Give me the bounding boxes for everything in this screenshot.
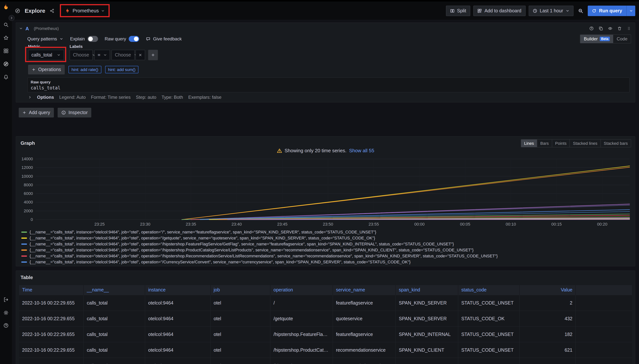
sidebar-item-starred[interactable] [3,35,8,40]
give-feedback-link[interactable]: Give feedback [146,36,182,42]
column-header-value[interactable]: Value [520,285,576,295]
legend-item[interactable]: {__name__="calls_total", instance="otelc… [21,241,632,247]
column-header-service_name[interactable]: service_name [333,285,396,295]
graph-style-lines[interactable]: Lines [521,140,537,147]
graph-warning: Showing only 20 time series. Show all 55 [16,148,635,154]
run-query-caret[interactable] [626,6,635,16]
sidebar-item-sign-in[interactable] [3,297,8,302]
legend-item[interactable]: {__name__="calls_total", instance="otelc… [21,229,632,235]
options-chevron-icon[interactable] [28,96,32,99]
hint-button[interactable]: hint: add sum() [105,66,138,73]
graph-panel-title: Graph [20,140,35,146]
add-query-button[interactable]: Add query [19,108,54,118]
builder-tab[interactable]: Builder Beta [580,35,613,43]
grafana-logo[interactable] [2,3,10,13]
legend-item[interactable]: {__name__="calls_total", instance="otelc… [21,253,632,259]
column-header-__name__[interactable]: __name__ [84,285,145,295]
window-top-strip [0,0,639,2]
remove-query-icon[interactable] [617,26,622,31]
query-patterns-dropdown[interactable]: Query patterns [27,36,64,42]
sidebar-item-dashboards[interactable] [3,48,8,54]
sidebar-item-help[interactable] [3,323,8,328]
sidebar-item-explore[interactable] [3,61,8,66]
graph-style-bars[interactable]: Bars [537,140,552,147]
label-key-select[interactable]: Choose [70,50,93,60]
column-header-instance[interactable]: instance [145,285,211,295]
column-header-operation[interactable]: operation [270,285,333,295]
hide-query-icon[interactable] [608,26,612,31]
zoom-out-button[interactable] [576,6,585,16]
table-cell: calls_total [84,342,145,358]
legend-item[interactable]: {__name__="calls_total", instance="otelc… [21,265,632,266]
svg-text:23:55: 23:55 [368,222,379,226]
metric-select[interactable]: calls_total [28,50,64,60]
graph-style-stacked-lines[interactable]: Stacked lines [570,140,600,147]
collapse-chevron-icon[interactable] [19,26,23,30]
options-label[interactable]: Options [37,95,54,100]
time-series-chart[interactable]: 0200040006000800010000120001400023:2523:… [18,155,632,228]
label-value-select[interactable]: Choose [112,50,135,60]
datasource-picker[interactable]: Prometheus [62,6,108,16]
run-query-button[interactable]: Run query [588,6,626,16]
duplicate-query-icon[interactable] [598,26,603,31]
legend-label: {__name__="calls_total", instance="otelc… [30,230,376,234]
query-hints: hint: add rate()hint: add sum() [68,66,138,73]
table-cell: otel [211,358,270,364]
code-tab[interactable]: Code [613,35,631,43]
table-cell: STATUS_CODE_OK [458,311,520,326]
svg-text:10000: 10000 [22,174,33,179]
row-filler [576,311,632,326]
sidebar-item-search[interactable] [3,22,8,27]
metric-select-value: calls_total [32,52,52,58]
share-icon[interactable] [50,8,54,13]
sidebar-item-settings[interactable] [3,310,8,315]
column-header-status_code[interactable]: status_code [458,285,520,295]
legend-item[interactable]: {__name__="calls_total", instance="otelc… [21,247,632,253]
add-to-dashboard-label: Add to dashboard [484,8,521,13]
table-cell: 2 [520,295,576,311]
table-cell: STATUS_CODE_UNSET [458,326,520,342]
svg-text:2000: 2000 [24,208,33,213]
add-to-dashboard-button[interactable]: Add to dashboard [473,6,526,16]
datasource-name: Prometheus [72,8,99,14]
graph-style-stacked-bars[interactable]: Stacked bars [600,140,631,147]
raw-query-toggle[interactable] [129,36,139,42]
legend-label: {__name__="calls_total", instance="otelc… [30,260,410,264]
legend-label: {__name__="calls_total", instance="otelc… [30,254,498,258]
sidebar [0,0,12,364]
label-operator-select[interactable]: = [94,50,110,60]
table-body: 2022-10-16 00:22:29.655calls_totalotelco… [19,295,632,364]
graph-style-points[interactable]: Points [552,140,570,147]
page-title: Explore [25,8,45,14]
row-filler [576,295,632,311]
add-operation-button[interactable]: Operations [28,65,65,74]
help-icon[interactable] [589,26,594,31]
add-label-filter-button[interactable] [148,50,158,60]
table-row: 2022-10-16 00:22:29.655calls_totalotelco… [19,311,632,326]
sidebar-expand-button[interactable] [8,15,14,21]
time-range-picker[interactable]: Last 1 hour [528,6,574,16]
table-cell: /hipstershop.Recommendation... [270,358,333,364]
legend-item[interactable]: {__name__="calls_total", instance="otelc… [21,235,632,241]
table-cell: 2022-10-16 00:22:29.655 [19,358,84,364]
column-header-job[interactable]: job [211,285,270,295]
inspector-button[interactable]: Inspector [58,108,92,118]
table-cell: STATUS_CODE_UNSET [458,295,520,311]
explain-toggle[interactable] [87,36,98,42]
remove-label-filter-button[interactable] [136,50,145,60]
query-ref-id[interactable]: A [26,26,29,31]
table-cell: recommendationservice [333,342,396,358]
hint-button[interactable]: hint: add rate() [68,66,101,73]
svg-text:23:45: 23:45 [277,222,288,226]
column-header-span_kind[interactable]: span_kind [396,285,458,295]
sidebar-item-alerting[interactable] [3,74,8,80]
split-button[interactable]: Split [446,6,470,16]
table-cell: 2022-10-16 00:22:29.655 [19,295,84,311]
svg-text:4000: 4000 [24,200,33,204]
option-summary-item: Step: auto [136,95,156,100]
legend-item[interactable]: {__name__="calls_total", instance="otelc… [21,259,632,265]
metric-field-label: Metric [28,44,40,49]
drag-handle-icon[interactable] [627,26,631,31]
show-all-series-link[interactable]: Show all 55 [349,148,374,154]
column-header-time[interactable]: Time [19,285,84,295]
